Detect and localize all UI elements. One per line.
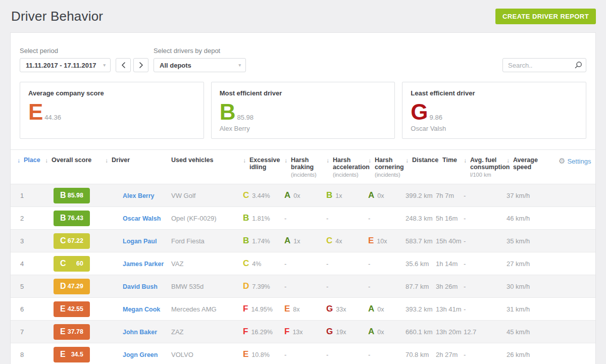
score-badge: E42.55 — [54, 301, 90, 317]
create-driver-report-button[interactable]: CREATE DRIVER REPORT — [495, 9, 596, 24]
column-label: Harsh braking(incidents) — [291, 157, 325, 178]
column-header-overall_score[interactable]: ↓Overall score — [40, 150, 102, 184]
column-label: Overall score — [52, 157, 91, 164]
grade-letter: D — [243, 281, 249, 291]
used-vehicles-cell: VOLVO — [167, 343, 240, 364]
distance-cell: 583.7 km — [405, 230, 435, 252]
column-label: Used vehicles — [171, 157, 213, 164]
caret-down-icon: ▾ — [103, 63, 106, 68]
harsh-cornering-cell: - — [367, 275, 405, 298]
column-header-excessive_idling[interactable]: ↓Excessive idling — [240, 150, 283, 184]
average-company-score-card: Average company score E 44.36 — [20, 82, 204, 139]
overall-score-cell: E34.5 — [40, 343, 102, 364]
column-header-distance[interactable]: ↓Distance — [405, 150, 435, 184]
next-period-button[interactable] — [133, 58, 148, 72]
grade-value: 10x — [377, 238, 387, 245]
grade-value: 8x — [293, 306, 299, 313]
caret-down-icon: ▾ — [238, 63, 241, 68]
table-header-row: ↓Place↓Overall score↓DriverUsed vehicles… — [11, 150, 595, 184]
sort-arrow-icon: ↓ — [368, 157, 375, 178]
grade-value: 0x — [377, 306, 384, 313]
driver-row: 2B76.43Oscar WalshOpel (KF-0029)B1.81%--… — [11, 207, 595, 230]
excessive-idling-cell: C3.44% — [240, 184, 283, 207]
sort-arrow-icon: ↓ — [17, 157, 24, 164]
settings-cell — [559, 298, 595, 321]
column-sublabel: (incidents) — [375, 172, 405, 178]
score-value: 9.86 — [430, 114, 442, 121]
score-badge: C60 — [54, 256, 90, 272]
column-label: Harsh cornering(incidents) — [375, 157, 405, 178]
average-speed-cell: 26 km/h — [506, 343, 559, 364]
driver-row: 3C67.22Logan PaulFord FiestaB1.74%A1xC4x… — [11, 230, 595, 252]
column-label: Excessive idling — [249, 157, 283, 171]
column-header-average_speed[interactable]: ↓Average speed — [506, 150, 559, 184]
column-header-harsh_braking[interactable]: ↓Harsh braking(incidents) — [283, 150, 325, 184]
grade-value: 13x — [292, 329, 302, 336]
harsh-cornering-cell: - — [367, 252, 405, 275]
depot-select[interactable]: All depots ▾ — [154, 58, 246, 72]
used-vehicles-cell: VW Golf — [167, 184, 240, 207]
driver-cell: Oscar Walsh — [102, 207, 167, 230]
previous-period-button[interactable] — [116, 58, 131, 72]
distance-cell: 399.2 km — [405, 184, 435, 207]
time-cell: 15h 40m — [435, 230, 463, 252]
column-header-avg_fuel_consumption[interactable]: ↓Avg. fuel consumptionl/100 km — [463, 150, 506, 184]
distance-cell: 248.3 km — [405, 207, 435, 230]
grade-letter: F — [284, 327, 289, 336]
harsh-braking-cell: - — [283, 207, 325, 230]
least-efficient-driver-card: Least efficient driver G 9.86 Oscar Vals… — [402, 82, 586, 139]
driver-row: 5D47.29David BushBMW 535dD7.39%---87.7 k… — [11, 275, 595, 298]
overall-score-cell: C67.22 — [40, 230, 102, 252]
used-vehicles-cell: Opel (KF-0029) — [167, 207, 240, 230]
driver-link[interactable]: Megan Cook — [123, 306, 160, 313]
grade-letter: G — [411, 101, 428, 123]
place-cell: 7 — [11, 321, 40, 343]
column-header-driver[interactable]: ↓Driver — [102, 150, 167, 184]
sort-arrow-icon: ↓ — [45, 157, 52, 164]
column-label: Avg. fuel consumptionl/100 km — [470, 157, 510, 178]
score-badge: D47.29 — [54, 279, 90, 294]
driver-row: 8E34.5Jogn GreenVOLVOE10.8%---70.8 km2h … — [11, 343, 595, 364]
used-vehicles-cell: ZAZ — [167, 321, 240, 343]
used-vehicles-cell: Mercedes AMG — [167, 298, 240, 321]
top-bar: Driver Behavior CREATE DRIVER REPORT — [0, 0, 606, 32]
column-label: Distance — [412, 157, 438, 164]
driver-name: Oscar Valsh — [411, 125, 446, 132]
fuel-consumption-cell: - — [463, 230, 506, 252]
settings-label: Settings — [567, 158, 591, 165]
harsh-acceleration-cell: - — [325, 252, 367, 275]
column-label: Harsh acceleration(incidents) — [333, 157, 370, 178]
column-label: Time — [442, 157, 457, 164]
excessive-idling-cell: F16.29% — [240, 321, 283, 343]
driver-link[interactable]: Jogn Green — [123, 351, 158, 358]
grade-letter: G — [326, 304, 333, 314]
harsh-cornering-cell: - — [367, 207, 405, 230]
grade-letter: B — [243, 236, 249, 245]
column-header-settings[interactable]: ⚙ Settings — [559, 150, 595, 184]
overall-score-cell: E37.78 — [40, 321, 102, 343]
driver-link[interactable]: James Parker — [123, 261, 164, 268]
driver-link[interactable]: David Bush — [123, 283, 158, 290]
fuel-consumption-cell: - — [463, 298, 506, 321]
driver-link[interactable]: Oscar Walsh — [123, 215, 161, 222]
card-title: Most efficient driver — [220, 89, 387, 97]
period-select[interactable]: 11.11.2017 - 17.11.2017 ▾ — [20, 58, 111, 72]
used-vehicles-cell: VAZ — [167, 252, 240, 275]
overall-score-cell: E42.55 — [40, 298, 102, 321]
overall-score-cell: B85.98 — [40, 184, 102, 207]
grade-value: 0x — [377, 192, 384, 199]
driver-link[interactable]: Logan Paul — [123, 238, 157, 245]
grade-letter: G — [326, 327, 333, 336]
period-filter-group: Select period 11.11.2017 - 17.11.2017 ▾ — [20, 47, 151, 72]
driver-link[interactable]: Alex Berry — [123, 192, 155, 199]
column-header-harsh_acceleration[interactable]: ↓Harsh acceleration(incidents) — [325, 150, 367, 184]
grade-value: 1x — [335, 192, 342, 199]
column-header-time[interactable]: ↓Time — [435, 150, 463, 184]
driver-link[interactable]: John Baker — [123, 329, 157, 336]
column-header-harsh_cornering[interactable]: ↓Harsh cornering(incidents) — [367, 150, 405, 184]
column-header-place[interactable]: ↓Place — [11, 150, 40, 184]
harsh-cornering-cell: A0x — [367, 184, 405, 207]
average-speed-cell: 35 km/h — [506, 230, 559, 252]
grade-letter: A — [368, 327, 374, 336]
period-label: Select period — [20, 47, 151, 55]
